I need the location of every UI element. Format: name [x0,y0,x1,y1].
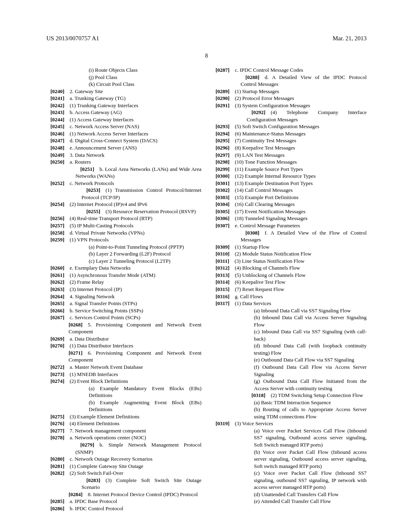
paragraph-number: [0317] [216,300,230,306]
paragraph-number: [0266] [50,308,65,314]
outline-entry: [0310] (2) Module Status Notification Fl… [212,250,367,258]
entry-text: c. IPDC Control Message Codes [235,67,303,73]
outline-entry: [0270] (1) Data Distributor Interfaces [46,342,202,349]
entry-text: (j) Pool Class [89,74,117,80]
paragraph-number: [0245] [50,123,65,129]
doc-date: Mar. 21, 2013 [333,34,367,42]
outline-entry: [0308] f. A Detailed View of the Flow of… [212,229,367,243]
paragraph-number: [0276] [50,420,65,426]
entry-text: (c) Voice over Packet Call Flow (Inbound… [254,470,367,490]
outline-entry: [0295] (7) Continuity Test Messages [212,137,367,144]
outline-entry: [0240] 2. Gateway Site [46,88,202,95]
paragraph-number: [0296] [216,145,230,151]
paragraph-number: [0285] [50,498,65,504]
outline-entry: (i) Route Objects Class [46,66,202,74]
paragraph-number: [0302] [216,187,230,193]
outline-entry: [0297] (9) LAN Test Messages [212,152,367,159]
entry-text: c. Network Access Server (NAS) [70,123,139,129]
paragraph-number: [0305] [216,208,230,214]
entry-text: b. Service Switching Points (SSPs) [70,308,143,314]
paragraph-number: [0242] [50,102,65,108]
outline-entry: [0291] (3) System Configuration Messages [212,102,367,109]
outline-entry: (c) Layer 2 Tunneling Protocol (L2TP) [46,258,202,265]
entry-text: b. Simple Network Management Protocol (S… [75,442,202,455]
outline-entry: [0292] (4) Telephone Company Interface C… [212,109,367,123]
entry-text: (2) Event Block Definitions [70,378,128,384]
outline-entry: [0315] (7) Reset Request Flow [212,286,367,293]
paragraph-number: [0293] [216,123,230,129]
entry-text: (3) System Configuration Messages [235,102,310,108]
paragraph-number: [0248] [50,145,65,151]
entry-text: (2) Protocol Error Messages [235,95,294,101]
outline-entry: (e) Outbound Data Call Flow via SS7 Sign… [212,356,367,364]
outline-entry: [0254] (2) Internet Protocol (IP)v4 and … [46,201,202,208]
entry-text: (3) Internet Protocol (IP) [70,286,122,292]
outline-entry: [0272] a. Master Network Event Database [46,364,202,371]
paragraph-number: [0318] [252,392,266,398]
entry-text: (k) Circuit Pool Class [89,81,134,87]
outline-entry: [0241] a. Trunking Gateway (TG) [46,95,202,102]
outline-entry: [0284] 8. Internet Protocol Device Contr… [46,491,202,498]
outline-entry: [0309] (1) Startup Flow [212,243,367,251]
outline-entry: [0242] (1) Trunking Gateway Interfaces [46,102,202,109]
paragraph-number: [0298] [216,159,230,165]
outline-entry: [0262] (2) Frame Relay [46,278,202,286]
outline-entry: [0277] 7. Network management component [46,427,202,434]
outline-entry: [0255] (3) Resource Reservation Protocol… [46,208,202,215]
paragraph-number: [0303] [216,194,230,200]
entry-text: e. Exemplary Data Networks [70,265,131,271]
entry-text: a. IPDC Base Protocol [70,498,117,504]
outline-entry: (k) Circuit Pool Class [46,81,202,88]
outline-entry: [0316] g. Call Flows [212,293,367,300]
entry-text: (14) Call Control Messages [235,187,292,193]
outline-entry: [0278] a. Network operations center (NOC… [46,434,202,441]
paragraph-number: [0277] [50,428,65,434]
outline-entry: (b) Voice over Packet Call Flow (Inbound… [212,449,367,470]
paragraph-number: [0292] [252,109,266,115]
outline-entry: [0275] (3) Example Element Definitions [46,413,202,420]
entry-text: (2) Internet Protocol (IP)v4 and IPv6 [70,201,147,207]
outline-entry: (d) Unattended Call Transfers Call Flow [212,491,367,498]
page: US 2013/0070757 A1 Mar. 21, 2013 8 (i) R… [0,0,413,532]
entry-text: (1) Startup Flow [235,244,269,250]
outline-entry: [0265] a. Signal Transfer Points (STPs) [46,300,202,307]
paragraph-number: [0265] [50,300,65,306]
outline-entry: [0248] e. Announcement Server (ANS) [46,144,202,152]
entry-text: (d) Unattended Call Transfers Call Flow [254,491,339,497]
entry-text: (4) Element Definitions [70,420,119,426]
outline-entry: [0258] d. Virtual Private Networks (VPNs… [46,229,202,237]
outline-entry: [0243] b. Access Gateway (AG) [46,109,202,116]
outline-entry: [0266] b. Service Switching Points (SSPs… [46,307,202,314]
outline-entry: [0247] d. Digital Cross-Connect System (… [46,137,202,144]
entry-text: (2) Soft Switch Fail-Over [70,470,123,476]
entry-text: (a) Inbound Data Call via SS7 Signaling … [254,308,351,314]
paragraph-number: [0309] [216,244,230,250]
entry-text: (16) Call Clearing Messages [235,201,294,207]
entry-text: (2) Frame Relay [70,279,104,285]
entry-text: d. A Detailed View of the IPDC Protocol … [241,74,367,87]
entry-text: c. Network Protocols [70,180,114,186]
entry-text: (2) TDM Switching Setup Connection Flow [271,392,363,398]
outline-entry: [0312] (4) Blocking of Channels Flow [212,264,367,272]
paragraph-number: [0300] [216,173,230,179]
outline-entry: [0249] 3. Data Network [46,152,202,159]
outline-entry: (g) Outbound Data Call Flow Initiated fr… [212,378,367,392]
outline-entry: [0259] (1) VPN Protocols [46,236,202,243]
entry-text: (18) Tunneled Signaling Messages [235,215,307,221]
outline-entry: [0294] (6) Maintenance-Status Messages [212,130,367,137]
outline-entry: [0252] c. Network Protocols [46,180,202,187]
entry-text: (a) Example Mandatory Event Blocks (EBs)… [89,385,202,399]
entry-text: (g) Outbound Data Call Flow Initiated fr… [254,378,367,391]
outline-entry: [0290] (2) Protocol Error Messages [212,95,367,102]
outline-entry: [0298] (10) Tone Function Messages [212,158,367,166]
paragraph-number: [0263] [50,286,65,292]
outline-entry: [0286] b. IPDC Control Protocol [46,505,202,512]
outline-entry: (b) Layer 2 Forwarding (L2F) Protocol [46,250,202,258]
entry-text: (b) Inbound Data Call via Access Server … [254,314,367,328]
paragraph-number: [0301] [216,180,230,186]
outline-entry: [0260] e. Exemplary Data Networks [46,264,202,272]
outline-entry: [0287] c. IPDC Control Message Codes [212,66,367,74]
outline-entry: [0244] (1) Access Gateway Interfaces [46,116,202,123]
entry-text: (1) Data Services [235,300,271,306]
entry-text: (1) Asynchronous Transfer Mode (ATM) [70,272,155,278]
